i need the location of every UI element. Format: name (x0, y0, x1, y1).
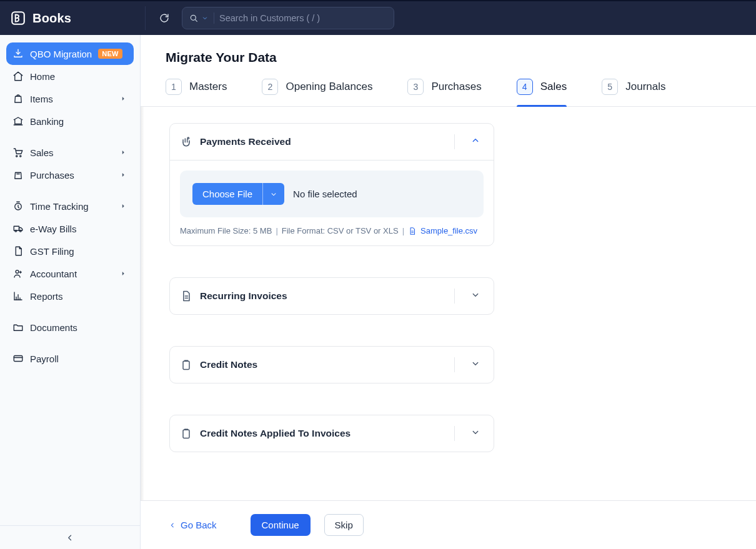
refresh-icon (159, 12, 170, 24)
step-label: Journals (625, 81, 665, 93)
clipboard-icon (180, 427, 192, 440)
sidebar-item-items[interactable]: Items (6, 87, 134, 110)
sidebar-item-purchases[interactable]: Purchases (6, 164, 134, 186)
step-number: 3 (407, 79, 424, 95)
sidebar-item-label: GST Filing (30, 246, 74, 257)
sidebar-item-label: Time Tracking (30, 201, 89, 212)
sidebar-item-label: Sales (30, 147, 54, 158)
step-opening-balances[interactable]: 2 Opening Balances (262, 79, 372, 106)
skip-button[interactable]: Skip (324, 514, 364, 536)
sidebar: QBO Migration NEW Home Items Banking Sal… (0, 35, 141, 549)
hint-max-size: Maximum File Size: 5 MB (180, 226, 272, 235)
section-credit-notes-applied: Credit Notes Applied To Invoices (169, 415, 494, 452)
footer-bar: Go Back Continue Skip (141, 500, 756, 549)
page-title: Migrate Your Data (166, 50, 731, 65)
step-journals[interactable]: 5 Journals (602, 79, 665, 106)
step-purchases[interactable]: 3 Purchases (407, 79, 481, 106)
expand-toggle[interactable] (467, 424, 484, 443)
sidebar-item-label: Accountant (30, 269, 77, 279)
document-icon (12, 245, 24, 257)
sidebar-item-time-tracking[interactable]: Time Tracking (6, 195, 134, 217)
new-badge: NEW (98, 49, 122, 59)
chevron-down-icon (201, 14, 209, 22)
sidebar-item-payroll[interactable]: Payroll (6, 347, 134, 370)
sidebar-item-banking[interactable]: Banking (6, 110, 134, 132)
step-number: 4 (517, 79, 533, 95)
brand-icon (10, 10, 26, 26)
search-icon (189, 13, 199, 23)
cart-icon (12, 147, 24, 158)
sidebar-item-accountant[interactable]: Accountant (6, 262, 134, 285)
brand[interactable]: Books (10, 10, 135, 26)
expand-toggle[interactable] (467, 355, 484, 374)
sample-file-label: Sample_file.csv (420, 226, 477, 235)
section-header[interactable]: Payments Received (170, 124, 494, 160)
section-header[interactable]: Recurring Invoices (170, 278, 494, 314)
file-status: No file selected (293, 189, 357, 199)
section-header[interactable]: Credit Notes Applied To Invoices (170, 415, 494, 452)
sidebar-item-qbo-migration[interactable]: QBO Migration NEW (6, 42, 134, 65)
step-number: 1 (166, 79, 182, 95)
section-title: Payments Received (200, 136, 291, 147)
chevron-left-icon (64, 532, 76, 543)
step-label: Masters (189, 81, 227, 93)
continue-button[interactable]: Continue (251, 514, 311, 536)
sidebar-item-sales[interactable]: Sales (6, 141, 134, 164)
expand-toggle[interactable] (467, 287, 484, 305)
chevron-left-icon (168, 521, 177, 530)
step-sales[interactable]: 4 Sales (517, 79, 567, 106)
section-payments-received: Payments Received Choose File (169, 123, 494, 246)
chevron-down-icon (470, 289, 481, 300)
import-icon (12, 48, 24, 59)
search-input[interactable] (219, 13, 387, 23)
sidebar-item-reports[interactable]: Reports (6, 285, 134, 307)
chevron-down-icon (470, 358, 481, 369)
folder-icon (12, 322, 24, 333)
choose-file-dropdown[interactable] (262, 183, 284, 205)
choose-file-button[interactable]: Choose File (192, 183, 262, 205)
step-masters[interactable]: 1 Masters (166, 79, 227, 106)
search-field[interactable] (182, 7, 394, 29)
section-header[interactable]: Credit Notes (170, 347, 494, 383)
chevron-right-icon (119, 171, 127, 179)
refresh-button[interactable] (156, 9, 173, 27)
step-tabs: 1 Masters 2 Opening Balances 3 Purchases… (141, 65, 756, 107)
step-label: Opening Balances (286, 81, 372, 93)
sidebar-collapse-button[interactable] (0, 525, 140, 549)
chevron-right-icon (119, 269, 127, 278)
file-picker: Choose File No file selected (180, 171, 484, 217)
collapse-toggle[interactable] (467, 132, 484, 151)
chevron-right-icon (119, 94, 127, 103)
document-icon (180, 290, 192, 302)
sidebar-item-label: Payroll (30, 354, 59, 364)
payments-icon (180, 136, 192, 148)
sidebar-item-label: Reports (30, 291, 63, 302)
payroll-icon (12, 353, 24, 364)
file-icon (408, 227, 417, 235)
sidebar-item-label: Purchases (30, 170, 74, 181)
sidebar-item-documents[interactable]: Documents (6, 316, 134, 339)
step-number: 5 (602, 79, 618, 95)
chevron-right-icon (119, 148, 127, 157)
sidebar-item-label: e-Way Bills (30, 224, 76, 234)
chevron-down-icon (470, 427, 481, 438)
bank-icon (12, 116, 24, 127)
sidebar-item-home[interactable]: Home (6, 65, 134, 87)
section-title: Credit Notes (200, 359, 257, 370)
section-recurring-invoices: Recurring Invoices (169, 277, 494, 315)
chevron-right-icon (119, 202, 127, 210)
bag-icon (12, 93, 24, 104)
section-title: Recurring Invoices (200, 290, 287, 302)
purchases-icon (12, 169, 24, 181)
sidebar-item-gst-filing[interactable]: GST Filing (6, 240, 134, 262)
hint-format: File Format: CSV or TSV or XLS (282, 226, 399, 235)
chevron-up-icon (470, 135, 481, 146)
brand-name: Books (32, 11, 71, 26)
sidebar-item-label: Home (30, 71, 55, 82)
truck-icon (12, 223, 24, 234)
sample-file-link[interactable]: Sample_file.csv (408, 226, 477, 235)
sidebar-item-label: Items (30, 94, 53, 104)
go-back-link[interactable]: Go Back (168, 520, 217, 530)
step-label: Sales (540, 81, 567, 93)
sidebar-item-eway-bills[interactable]: e-Way Bills (6, 217, 134, 240)
